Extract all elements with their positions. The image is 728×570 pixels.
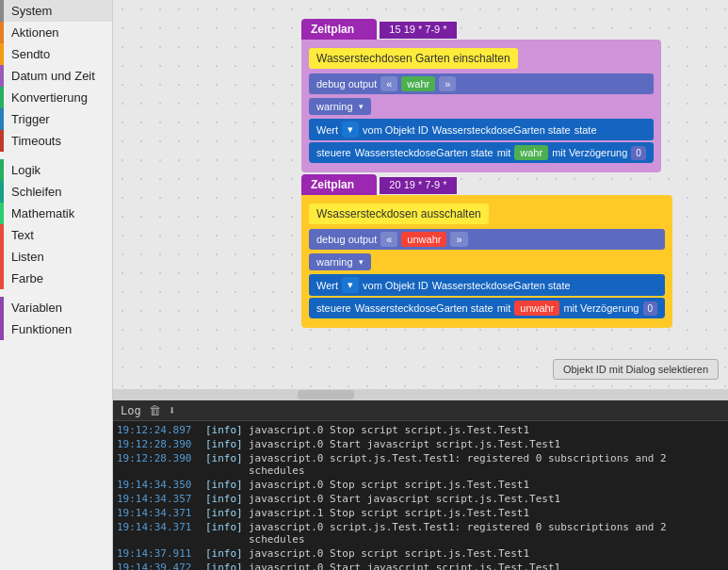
block1-wert-id[interactable]: WassersteckdoseGarten state (432, 124, 571, 136)
sidebar-divider-0 (0, 152, 112, 159)
block1-wert-inner: ▾ (342, 122, 359, 138)
log-level: [info] (205, 547, 245, 560)
log-entry: 19:14:34.357 [info] javascript.0 Start j… (113, 492, 728, 506)
log-time: 19:12:28.390 (117, 452, 202, 477)
sidebar: SystemAktionenSendtoDatum und ZeitKonver… (0, 0, 113, 570)
log-entry: 19:12:24.897 [info] javascript.0 Stop sc… (113, 423, 728, 437)
sidebar-item-listen[interactable]: Listen (0, 246, 112, 268)
block1-wert-state: state (574, 124, 597, 136)
block2-yellow[interactable]: Wsassersteckdosen ausschalten (309, 204, 489, 224)
log-time: 19:14:34.350 (117, 479, 202, 491)
sidebar-item-variablen[interactable]: Variablen (0, 297, 112, 318)
block1-warning[interactable]: warning ▾ (309, 98, 371, 115)
sidebar-item-aktionen[interactable]: Aktionen (0, 22, 112, 43)
block1-yellow[interactable]: Wasserstechdosen Garten einschalten (309, 48, 518, 69)
log-level: [info] (205, 424, 245, 436)
log-clear-icon[interactable]: 🗑 (149, 403, 161, 417)
block1-delay-val[interactable]: 0 (631, 146, 646, 160)
block2-subtitle[interactable]: 20 19 * 7-9 * (380, 177, 456, 194)
block1-steuere-delay: mit Verzögerung (552, 147, 627, 158)
scrollbar-thumb[interactable] (298, 390, 354, 399)
log-msg: javascript.0 script.js.Test.Test1: regis… (249, 521, 724, 546)
block2-debug-label: debug output (316, 234, 377, 245)
log-time: 19:12:24.897 (117, 424, 202, 436)
block2-steuere-mit: mit (497, 302, 511, 314)
log-time: 19:14:34.357 (117, 493, 202, 505)
log-entry: 19:12:28.390 [info] javascript.0 script.… (113, 451, 728, 478)
sidebar-item-text[interactable]: Text (0, 224, 112, 246)
log-msg: javascript.0 Stop script script.js.Test.… (249, 479, 529, 491)
sidebar-item-funktionen[interactable]: Funktionen (0, 318, 112, 340)
block1-debug-label: debug output (316, 78, 377, 90)
log-time: 19:14:34.371 (117, 507, 202, 519)
sidebar-item-logik[interactable]: Logik (0, 159, 112, 181)
sidebar-item-system[interactable]: System (0, 0, 112, 22)
block-group-2: Zeitplan 20 19 * 7-9 * Wsassersteckdosen… (301, 174, 728, 328)
log-msg: javascript.0 Start javascript script.js.… (249, 493, 560, 505)
block2-wert-label: Wert (316, 280, 338, 291)
log-entry: 19:12:28.390 [info] javascript.0 Start j… (113, 437, 728, 451)
objekt-id-button[interactable]: Objekt ID mit Dialog selektieren (553, 359, 719, 380)
log-msg: javascript.1 Stop script script.js.Test.… (249, 507, 529, 519)
log-title: Log (121, 404, 141, 417)
sidebar-item-sendto[interactable]: Sendto (0, 43, 112, 65)
block1-debug-rquote: » (439, 76, 456, 91)
block1-steuere: steuere WassersteckdoseGarten state mit … (309, 142, 654, 163)
sidebar-item-schleifen[interactable]: Schleifen (0, 181, 112, 203)
sidebar-item-trigger[interactable]: Trigger (0, 108, 112, 130)
block1-title[interactable]: Zeitplan (301, 19, 377, 40)
block1-debug-value[interactable]: wahr (401, 76, 435, 91)
log-entry: 19:14:39.472 [info] javascript.0 Start j… (113, 561, 728, 570)
log-header: Log 🗑 ⬇ (113, 400, 728, 421)
block2-debug: debug output « unwahr » (309, 229, 665, 250)
block2-steuere-id[interactable]: WassersteckdoseGarten state (355, 302, 493, 314)
block2-warning-label: warning (316, 256, 353, 268)
block2-warning-arrow: ▾ (359, 257, 364, 267)
block1-steuere-id[interactable]: WassersteckdoseGarten state (355, 147, 493, 158)
block1-subtitle[interactable]: 15 19 * 7-9 * (380, 22, 456, 39)
block2-title[interactable]: Zeitplan (301, 174, 377, 195)
block2-steuere: steuere WassersteckdoseGarten state mit … (309, 298, 665, 318)
block1-header: Zeitplan 15 19 * 7-9 * (301, 19, 457, 40)
block2-wert-mid: vom Objekt ID (363, 280, 429, 291)
sidebar-item-farbe[interactable]: Farbe (0, 268, 112, 289)
block1-wert-label: Wert (316, 124, 338, 136)
block1-container: Wasserstechdosen Garten einschalten debu… (301, 40, 661, 172)
log-level: [info] (205, 562, 245, 570)
log-time: 19:14:39.472 (117, 562, 202, 570)
block1-warning-arrow: ▾ (359, 102, 364, 111)
log-entry: 19:14:34.371 [info] javascript.1 Stop sc… (113, 506, 728, 520)
block2-delay-val[interactable]: 0 (643, 301, 658, 316)
block1-wert-mid: vom Objekt ID (363, 124, 429, 136)
block1-wert: Wert ▾ vom Objekt ID WassersteckdoseGart… (309, 119, 654, 140)
block1-warning-label: warning (316, 101, 353, 112)
sidebar-item-datum[interactable]: Datum und Zeit (0, 65, 112, 87)
block1-debug-lquote: « (380, 76, 397, 91)
log-msg: javascript.0 Stop script script.js.Test.… (249, 547, 529, 560)
block2-steuere-label: steuere (316, 302, 351, 314)
log-level: [info] (205, 438, 245, 450)
sidebar-item-math[interactable]: Mathematik (0, 203, 112, 224)
log-level: [info] (205, 507, 245, 519)
block1-debug: debug output « wahr » (309, 73, 654, 94)
log-entries: 19:12:24.897 [info] javascript.0 Stop sc… (113, 421, 728, 570)
block2-debug-lquote: « (380, 232, 397, 247)
sidebar-item-konv[interactable]: Konvertierung (0, 87, 112, 108)
log-download-icon[interactable]: ⬇ (169, 403, 176, 417)
log-area: Log 🗑 ⬇ 19:12:24.897 [info] javascript.0… (113, 400, 728, 570)
block2-wert-inner: ▾ (342, 277, 359, 293)
block2-wert-id[interactable]: WassersteckdoseGarten state (432, 280, 571, 291)
block1-steuere-value[interactable]: wahr (514, 145, 548, 160)
block1-steuere-mit: mit (497, 147, 511, 158)
block2-container: Wsassersteckdosen ausschalten debug outp… (301, 195, 672, 328)
log-level: [info] (205, 479, 245, 491)
horizontal-scrollbar[interactable] (113, 389, 728, 400)
block-group-1: Zeitplan 15 19 * 7-9 * Wasserstechdosen … (301, 19, 728, 172)
block2-steuere-value[interactable]: unwahr (514, 301, 559, 316)
block2-warning[interactable]: warning ▾ (309, 253, 371, 270)
block2-steuere-delay: mit Verzögerung (563, 302, 639, 314)
canvas[interactable]: Zeitplan 15 19 * 7-9 * Wasserstechdosen … (113, 0, 728, 389)
block2-debug-value[interactable]: unwahr (401, 232, 446, 247)
block2-header: Zeitplan 20 19 * 7-9 * (301, 174, 457, 195)
sidebar-item-timeouts[interactable]: Timeouts (0, 130, 112, 152)
